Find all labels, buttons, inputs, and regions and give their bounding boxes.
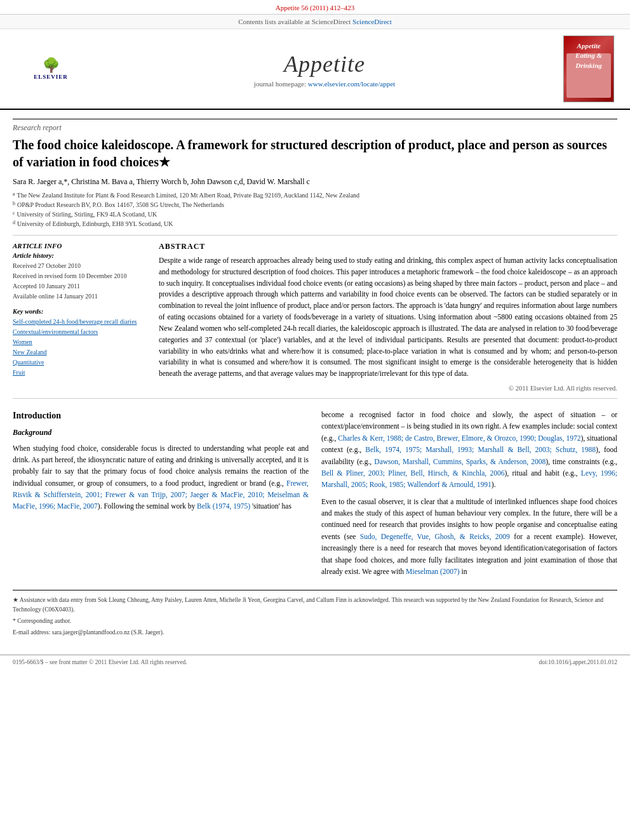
sciencedirect-text: Contents lists available at ScienceDirec… xyxy=(238,18,351,25)
article-info-col: ARTICLE INFO Article history: Received 2… xyxy=(13,242,146,392)
article-info-heading: ARTICLE INFO xyxy=(13,242,146,250)
title-star: ★ xyxy=(159,155,170,169)
body-section: Introduction Background When studying fo… xyxy=(13,409,617,582)
sciencedirect-bar: Contents lists available at ScienceDirec… xyxy=(0,15,630,29)
appetite-cover-title: AppetiteEating & Drinking xyxy=(566,41,611,70)
footnotes-area: ★ Assistance with data entry from Sok Ll… xyxy=(13,590,617,637)
affiliation-b: b OP&P Product Research BV, P.O. Box 141… xyxy=(13,200,617,210)
intro-para-2: become a recognised factor in food choic… xyxy=(321,409,617,491)
intro-title: Introduction xyxy=(13,409,309,423)
affil-sup-a: a xyxy=(13,190,15,200)
ref-charles[interactable]: Charles & Kerr, 1988; de Castro, Brewer,… xyxy=(338,434,580,442)
doi-text: doi:10.1016/j.appet.2011.01.012 xyxy=(539,659,617,665)
keyword-6[interactable]: Fruit xyxy=(13,368,146,378)
affil-sup-c: c xyxy=(13,210,15,219)
intro-para-1: When studying food choice, considerable … xyxy=(13,443,309,512)
background-subtitle: Background xyxy=(13,427,309,439)
issn-text: 0195-6663/$ – see front matter © 2011 El… xyxy=(13,659,187,665)
ref-bell[interactable]: Bell & Pliner, 2003; Pliner, Bell, Hirsc… xyxy=(321,469,504,477)
main-content: Research report The food choice kaleidos… xyxy=(0,110,630,648)
footnote-star-text: ★ Assistance with data entry from Sok Ll… xyxy=(13,597,603,612)
bottom-bar: 0195-6663/$ – see front matter © 2011 El… xyxy=(0,655,630,668)
copyright-line: © 2011 Elsevier Ltd. All rights reserved… xyxy=(159,385,617,392)
affiliation-c: c University of Stirling, Stirling, FK9 … xyxy=(13,210,617,219)
keyword-4[interactable]: New Zealand xyxy=(13,347,146,357)
journal-header: 🌳 ELSEVIER Appetite journal homepage: ww… xyxy=(0,29,630,110)
citation-text: Appetite 56 (2011) 412–423 xyxy=(276,4,355,11)
history-received: Received 27 October 2010 xyxy=(13,261,146,271)
email-label: E-mail address: xyxy=(13,629,50,636)
separator-1 xyxy=(13,235,617,236)
history-accepted: Accepted 10 January 2011 xyxy=(13,281,146,291)
ref-belk2[interactable]: Belk, 1974, 1975; Marshall, 1993; Marsha… xyxy=(365,446,596,453)
affil-text-c: University of Stirling, Stirling, FK9 4L… xyxy=(17,210,158,219)
intro-para-3: Even to the casual observer, it is clear… xyxy=(321,496,617,578)
affil-text-a: The New Zealand Institute for Plant & Fo… xyxy=(17,190,360,200)
homepage-link[interactable]: www.elsevier.com/locate/appet xyxy=(308,80,395,88)
elsevier-logo-area: 🌳 ELSEVIER xyxy=(13,58,89,80)
ref-belk[interactable]: Belk (1974, 1975) xyxy=(197,502,250,510)
journal-title: Appetite xyxy=(89,51,560,77)
affiliations: a The New Zealand Institute for Plant & … xyxy=(13,190,617,229)
affiliation-a: a The New Zealand Institute for Plant & … xyxy=(13,190,617,200)
history-label: Article history: xyxy=(13,252,146,259)
journal-title-area: Appetite journal homepage: www.elsevier.… xyxy=(89,51,560,88)
homepage-label: journal homepage: xyxy=(254,80,308,88)
body-col-right: become a recognised factor in food choic… xyxy=(321,409,617,582)
keywords-label: Key words: xyxy=(13,308,146,315)
affil-sup-d: d xyxy=(13,219,15,229)
abstract-text: Despite a wide range of research approac… xyxy=(159,255,617,380)
article-meta-section: ARTICLE INFO Article history: Received 2… xyxy=(13,242,617,392)
ref-sudo[interactable]: Sudo, Degeneffe, Vue, Ghosh, & Reicks, 2… xyxy=(360,533,510,540)
sciencedirect-link[interactable]: ScienceDirect xyxy=(352,18,392,25)
article-history: Article history: Received 27 October 201… xyxy=(13,252,146,302)
footnote-email: E-mail address: sara.jaeger@plantandfood… xyxy=(13,628,617,637)
elsevier-logo: 🌳 ELSEVIER xyxy=(13,58,89,80)
abstract-heading: ABSTRACT xyxy=(159,242,617,251)
ref-mieselman[interactable]: Mieselman (2007) xyxy=(406,568,460,575)
affil-text-d: University of Edinburgh, Edinburgh, EH8 … xyxy=(17,219,173,229)
keyword-5[interactable]: Quantitative xyxy=(13,357,146,368)
ref-frewer[interactable]: Frewer, Risvik & Schifferstein, 2001; Fr… xyxy=(13,479,309,510)
corresponding-label: * Corresponding author. xyxy=(13,618,71,624)
appetite-cover-area: AppetiteEating & Drinking xyxy=(560,36,617,102)
authors-line: Sara R. Jaeger a,*, Christina M. Bava a,… xyxy=(13,177,617,187)
section-type-label: Research report xyxy=(13,119,617,133)
appetite-cover-image: AppetiteEating & Drinking xyxy=(563,36,614,102)
affil-text-b: OP&P Product Research BV, P.O. Box 14167… xyxy=(17,200,224,210)
email-value: sara.jaeger@plantandfood.co.nz (S.R. Jae… xyxy=(52,629,164,636)
keyword-2[interactable]: Contextual/environmental factors xyxy=(13,327,146,337)
history-online: Available online 14 January 2011 xyxy=(13,291,146,302)
affiliation-d: d University of Edinburgh, Edinburgh, EH… xyxy=(13,219,617,229)
body-two-col: Introduction Background When studying fo… xyxy=(13,409,617,582)
body-col-left: Introduction Background When studying fo… xyxy=(13,409,309,582)
elsevier-tree-icon: 🌳 xyxy=(43,58,60,72)
article-info: ARTICLE INFO Article history: Received 2… xyxy=(13,242,146,378)
keyword-1[interactable]: Self-completed 24-h food/beverage recall… xyxy=(13,317,146,327)
separator-2 xyxy=(13,398,617,399)
elsevier-label: ELSEVIER xyxy=(34,74,68,80)
journal-homepage: journal homepage: www.elsevier.com/locat… xyxy=(89,80,560,88)
ref-dawson[interactable]: Dawson, Marshall, Cummins, Sparks, & And… xyxy=(374,458,546,465)
abstract-col: ABSTRACT Despite a wide range of researc… xyxy=(159,242,617,392)
keywords-section: Key words: Self-completed 24-h food/beve… xyxy=(13,308,146,378)
footnote-star: ★ Assistance with data entry from Sok Ll… xyxy=(13,596,617,614)
footnote-corresponding: * Corresponding author. xyxy=(13,617,617,625)
authors-text: Sara R. Jaeger a,*, Christina M. Bava a,… xyxy=(13,177,310,186)
keyword-3[interactable]: Women xyxy=(13,337,146,347)
paper-title: The food choice kaleidoscope. A framewor… xyxy=(13,137,617,171)
affil-sup-b: b xyxy=(13,200,15,210)
history-revised: Received in revised form 10 December 201… xyxy=(13,271,146,281)
paper-title-text: The food choice kaleidoscope. A framewor… xyxy=(13,138,607,169)
citation-bar: Appetite 56 (2011) 412–423 xyxy=(0,0,630,15)
